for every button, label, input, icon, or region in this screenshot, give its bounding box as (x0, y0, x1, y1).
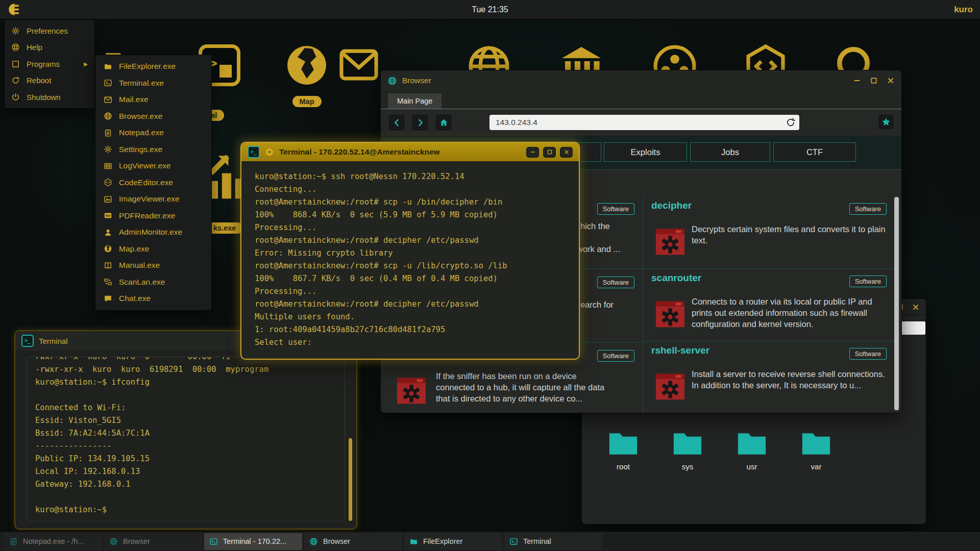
menu-item[interactable]: Notepad.exe (95, 124, 211, 141)
terminal-line: Error: Missing crypto library (255, 247, 569, 260)
menu-item[interactable]: FileExplorer.exe (95, 58, 211, 75)
menu-item-label: LogViewer.exe (119, 161, 170, 170)
folder-label: root (605, 462, 641, 471)
terminal-line: Local IP: 192.168.0.13 (35, 465, 336, 478)
taskbar-item[interactable]: FileExplorer (404, 533, 502, 550)
taskbar-item-label: Terminal - 170.22... (223, 537, 286, 545)
back-button[interactable] (388, 114, 405, 131)
menu-item[interactable]: Settings.exe (95, 141, 211, 158)
system-menu: Preferences Help Programs ▶ Reboot Shutd… (4, 19, 95, 109)
tray-icon[interactable] (847, 4, 857, 15)
menu-item[interactable]: Help (5, 39, 94, 56)
close-icon (564, 149, 570, 155)
taskbar-item[interactable]: Terminal - 170.22... (204, 533, 302, 550)
menu-item[interactable]: PDF PDFReader.exe (95, 208, 211, 224)
url-bar[interactable]: 143.0.243.4 (489, 115, 799, 130)
menu-item[interactable]: ImageViewer.exe (95, 191, 211, 208)
browser-titlebar[interactable]: Browser (381, 70, 901, 91)
browser-tab-main-page[interactable]: Main Page (388, 93, 442, 109)
taskbar-item-label: Browser (323, 537, 350, 545)
maximize-icon (547, 149, 553, 155)
os-logo-icon[interactable] (8, 3, 21, 16)
menu-item-icon (104, 112, 112, 120)
terminal-line: kuro@station:~$ ifconfig (35, 376, 336, 389)
terminal-window-local: >_ Terminal rwxr-xr-x kuro kuro 0 00:00 … (14, 330, 357, 530)
minimize-icon[interactable] (853, 77, 861, 85)
software-title[interactable]: decipher (651, 200, 692, 211)
taskbar-item[interactable]: Browser (104, 533, 202, 550)
desktop-icon-map[interactable]: Map (274, 41, 340, 107)
home-button[interactable] (435, 114, 452, 131)
menu-item[interactable]: ScanLan.exe (95, 274, 211, 291)
menu-item[interactable]: Programs ▶ (5, 56, 94, 72)
maximize-button[interactable] (543, 147, 556, 158)
tray-icon[interactable] (900, 4, 911, 15)
desktop-icon-mail[interactable] (331, 43, 387, 87)
terminal-line: root@Amerstaincknew:/root# scp -u /bin/d… (255, 196, 569, 209)
taskbar-item-icon (509, 537, 518, 546)
folder-item[interactable]: usr (734, 431, 770, 471)
menu-item[interactable]: CodeEditor.exe (95, 174, 211, 191)
tray-icon[interactable] (936, 4, 947, 15)
menu-item[interactable]: Browser.exe (95, 108, 211, 125)
menu-item-label: PDFReader.exe (119, 211, 175, 220)
menu-item[interactable]: Shutdown (5, 89, 94, 106)
menu-item[interactable]: Reboot (5, 72, 94, 89)
terminal-line: Bssid: 7A:A2:44:5A:7C:1A (35, 427, 336, 440)
forward-button[interactable] (411, 114, 429, 131)
username[interactable]: kuro (954, 5, 973, 15)
software-list: decipher Software Decrypts certain syste… (644, 197, 895, 413)
terminal-scrollbar[interactable] (349, 438, 352, 521)
minimize-button[interactable] (526, 147, 539, 158)
maximize-icon[interactable] (870, 77, 878, 85)
menu-item[interactable]: Mail.exe (95, 91, 211, 108)
taskbar-item[interactable]: Browser (304, 533, 402, 550)
close-button[interactable] (560, 147, 573, 158)
terminal-title: Terminal - 170.220.52.14@Amerstaincknew (279, 147, 440, 157)
folder-item[interactable]: var (798, 431, 834, 471)
menu-item[interactable]: Map.exe (95, 241, 211, 258)
browser-scrollbar[interactable] (894, 197, 899, 410)
chevron-right-icon (415, 118, 425, 128)
menu-item-label: CodeEditor.exe (119, 178, 173, 187)
menu-item-label: Manual.exe (119, 261, 160, 270)
software-badge: Software (597, 203, 634, 215)
terminal-line: 100% 868.4 KB/s 0 sec (5.9 MB of 5.9 MB … (255, 209, 569, 221)
refresh-icon[interactable] (786, 117, 796, 128)
menu-item[interactable]: LogViewer.exe (95, 158, 211, 174)
menu-item-icon (11, 27, 20, 35)
terminal-icon: >_ (21, 335, 34, 347)
menu-item[interactable]: AdminMonitor.exe (95, 224, 211, 241)
bookmark-button[interactable] (878, 114, 894, 130)
menu-item[interactable]: Chat.exe (95, 290, 211, 307)
terminal-line: root@Amerstaincknew:/root# scp -u /lib/c… (255, 260, 569, 272)
menu-item-label: Settings.exe (119, 145, 162, 154)
taskbar-item-icon (9, 537, 18, 546)
folder-item[interactable]: root (605, 431, 641, 471)
menu-item-icon (11, 76, 20, 85)
close-icon[interactable] (887, 77, 895, 85)
software-title[interactable]: rshell-server (651, 345, 709, 356)
terminal-titlebar[interactable]: >_ Terminal - 170.220.52.14@Amerstainckn… (241, 143, 579, 161)
tray-icon[interactable] (829, 4, 840, 15)
folder-item[interactable]: sys (670, 431, 705, 471)
close-icon[interactable] (912, 303, 920, 311)
page-tab-ctf[interactable]: CTF (773, 142, 856, 162)
taskbar-item-icon (209, 537, 218, 546)
tray-icon[interactable] (918, 4, 929, 15)
taskbar-item-label: Notepad.exe - /h... (23, 537, 84, 545)
taskbar-item[interactable]: Terminal (504, 533, 602, 550)
home-icon (439, 118, 449, 128)
hexnut-icon (264, 147, 275, 157)
menu-item-label: Programs (27, 60, 60, 68)
page-tab-exploits[interactable]: Exploits (604, 142, 687, 162)
menu-item[interactable]: Manual.exe (95, 257, 211, 274)
menu-item[interactable]: Terminal.exe (95, 75, 211, 92)
software-title[interactable]: scanrouter (651, 272, 701, 284)
menu-item[interactable]: Preferences (5, 22, 94, 39)
tray-icon[interactable] (883, 4, 893, 15)
taskbar-item[interactable]: Notepad.exe - /h... (4, 533, 102, 550)
tray-icon[interactable] (865, 4, 875, 15)
folder-label: sys (670, 462, 705, 471)
page-tab-jobs[interactable]: Jobs (690, 142, 770, 162)
